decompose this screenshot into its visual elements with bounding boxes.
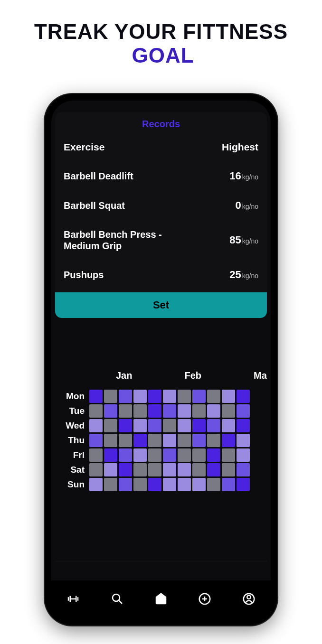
heatmap-cell[interactable] bbox=[148, 448, 161, 462]
heatmap-cell[interactable] bbox=[222, 448, 235, 462]
heatmap-cell[interactable] bbox=[148, 478, 161, 491]
heatmap-cell[interactable] bbox=[133, 448, 147, 462]
heatmap-cell[interactable] bbox=[104, 390, 117, 403]
heatmap-cell[interactable] bbox=[163, 448, 176, 462]
heatmap-cell[interactable] bbox=[104, 419, 117, 432]
heatmap-cell[interactable] bbox=[207, 478, 220, 491]
heatmap-cell[interactable] bbox=[222, 390, 235, 403]
heatmap-cell[interactable] bbox=[207, 419, 220, 432]
nav-add[interactable] bbox=[195, 590, 214, 609]
heatmap-cell[interactable] bbox=[104, 434, 117, 447]
heatmap-months: Jan Feb Ma bbox=[59, 370, 266, 381]
heatmap-cell[interactable] bbox=[207, 434, 220, 447]
heatmap-cell[interactable] bbox=[192, 448, 206, 462]
heatmap-cell[interactable] bbox=[237, 419, 250, 432]
record-row[interactable]: Pushups 25 kg/no bbox=[55, 260, 267, 289]
heatmap-cell[interactable] bbox=[207, 448, 220, 462]
records-header-row: Exercise Highest bbox=[55, 132, 267, 161]
day-label: Thu bbox=[59, 434, 85, 447]
records-title: Records bbox=[55, 112, 267, 132]
heatmap-cell[interactable] bbox=[192, 404, 206, 418]
heatmap-cell[interactable] bbox=[237, 434, 250, 447]
heatmap-cell[interactable] bbox=[89, 448, 103, 462]
heatmap-cell[interactable] bbox=[104, 463, 117, 476]
heatmap-cell[interactable] bbox=[222, 434, 235, 447]
heatmap-cell[interactable] bbox=[178, 419, 191, 432]
record-unit: kg/no bbox=[242, 237, 258, 245]
heatmap-cell[interactable] bbox=[89, 434, 103, 447]
heatmap-cell[interactable] bbox=[178, 404, 191, 418]
heatmap-cell[interactable] bbox=[89, 478, 103, 491]
nav-home[interactable] bbox=[152, 590, 170, 609]
heatmap-cell[interactable] bbox=[148, 419, 161, 432]
heatmap-cell[interactable] bbox=[119, 448, 132, 462]
heatmap-cell[interactable] bbox=[222, 463, 235, 476]
heatmap-cell[interactable] bbox=[163, 463, 176, 476]
heatmap-cell[interactable] bbox=[237, 404, 250, 418]
month-label: Feb bbox=[184, 370, 201, 381]
bottom-nav bbox=[51, 580, 271, 619]
heatmap-cell[interactable] bbox=[104, 448, 117, 462]
heatmap-cell[interactable] bbox=[192, 478, 206, 491]
heatmap-cell[interactable] bbox=[163, 390, 176, 403]
heatmap-cell[interactable] bbox=[178, 448, 191, 462]
heatmap-cell[interactable] bbox=[119, 478, 132, 491]
heatmap-cell[interactable] bbox=[237, 478, 250, 491]
heatmap-cell[interactable] bbox=[119, 390, 132, 403]
heatmap-cell[interactable] bbox=[133, 434, 147, 447]
record-value-wrap: 25 kg/no bbox=[229, 269, 258, 281]
nav-workout[interactable] bbox=[64, 590, 83, 609]
heatmap-cell[interactable] bbox=[104, 478, 117, 491]
heatmap-cell[interactable] bbox=[163, 478, 176, 491]
heatmap-cell[interactable] bbox=[133, 404, 147, 418]
heatmap-cell[interactable] bbox=[192, 463, 206, 476]
heatmap-cell[interactable] bbox=[163, 404, 176, 418]
heatmap-cell[interactable] bbox=[133, 478, 147, 491]
nav-profile[interactable] bbox=[239, 590, 258, 609]
heatmap-cell[interactable] bbox=[148, 434, 161, 447]
heatmap-cell[interactable] bbox=[148, 390, 161, 403]
day-label: Fri bbox=[59, 448, 85, 462]
record-row[interactable]: Barbell Bench Press - Medium Grip 85 kg/… bbox=[55, 220, 267, 260]
heatmap-cell[interactable] bbox=[148, 463, 161, 476]
heatmap-cell[interactable] bbox=[89, 390, 103, 403]
heatmap-cell[interactable] bbox=[207, 390, 220, 403]
heatmap-cell[interactable] bbox=[207, 463, 220, 476]
heatmap-cell[interactable] bbox=[119, 404, 132, 418]
heatmap-cell[interactable] bbox=[237, 390, 250, 403]
set-button[interactable]: Set bbox=[55, 292, 267, 318]
heatmap-cell[interactable] bbox=[119, 463, 132, 476]
heatmap-cell[interactable] bbox=[222, 419, 235, 432]
heatmap-grid[interactable] bbox=[89, 390, 266, 491]
heatmap-cell[interactable] bbox=[178, 434, 191, 447]
heatmap-cell[interactable] bbox=[119, 419, 132, 432]
heatmap-cell[interactable] bbox=[192, 419, 206, 432]
record-row[interactable]: Barbell Squat 0 kg/no bbox=[55, 191, 267, 220]
heatmap-cell[interactable] bbox=[148, 404, 161, 418]
heatmap-cell[interactable] bbox=[104, 404, 117, 418]
heatmap-cell[interactable] bbox=[119, 434, 132, 447]
heatmap-cell[interactable] bbox=[178, 478, 191, 491]
heatmap-cell[interactable] bbox=[178, 390, 191, 403]
heatmap-cell[interactable] bbox=[192, 434, 206, 447]
heatmap-cell[interactable] bbox=[192, 390, 206, 403]
heatmap-cell[interactable] bbox=[237, 448, 250, 462]
heatmap-cell[interactable] bbox=[222, 404, 235, 418]
nav-search[interactable] bbox=[108, 590, 127, 609]
heatmap-cell[interactable] bbox=[163, 419, 176, 432]
plus-circle-icon bbox=[198, 592, 212, 608]
heatmap-cell[interactable] bbox=[89, 419, 103, 432]
promo-prefix: TREAK YOUR FITTNESS bbox=[34, 20, 288, 43]
home-icon bbox=[154, 592, 168, 608]
heatmap-cell[interactable] bbox=[207, 404, 220, 418]
heatmap-cell[interactable] bbox=[133, 390, 147, 403]
heatmap-cell[interactable] bbox=[89, 463, 103, 476]
heatmap-cell[interactable] bbox=[89, 404, 103, 418]
heatmap-cell[interactable] bbox=[222, 478, 235, 491]
heatmap-cell[interactable] bbox=[133, 419, 147, 432]
heatmap-cell[interactable] bbox=[237, 463, 250, 476]
record-row[interactable]: Barbell Deadlift 16 kg/no bbox=[55, 161, 267, 191]
heatmap-cell[interactable] bbox=[163, 434, 176, 447]
heatmap-cell[interactable] bbox=[133, 463, 147, 476]
heatmap-cell[interactable] bbox=[178, 463, 191, 476]
